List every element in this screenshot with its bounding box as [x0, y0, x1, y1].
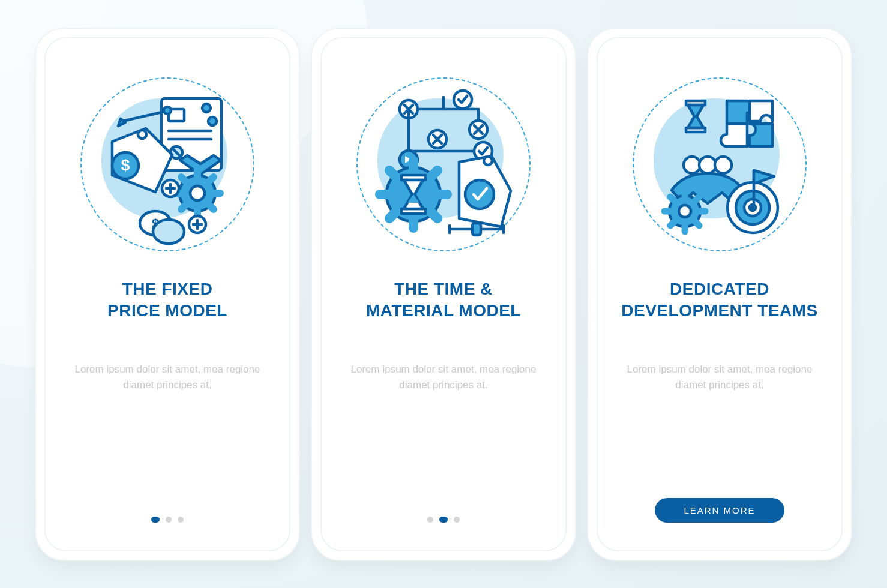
screen-body: Lorem ipsum dolor sit amet, mea regione … [71, 362, 263, 394]
phone-mockup-2: THE TIME & MATERIAL MODEL Lorem ipsum do… [312, 29, 575, 560]
screen-3: DEDICATED DEVELOPMENT TEAMS Lorem ipsum … [597, 37, 843, 551]
svg-line-20 [181, 177, 185, 181]
dot-1[interactable] [427, 517, 433, 523]
svg-text:$: $ [121, 156, 130, 174]
dot-2[interactable] [166, 517, 172, 523]
screen-2: THE TIME & MATERIAL MODEL Lorem ipsum do… [320, 37, 567, 551]
svg-point-71 [715, 157, 732, 173]
pagination-dots [427, 517, 460, 523]
phone-mockup-3: DEDICATED DEVELOPMENT TEAMS Lorem ipsum … [588, 29, 851, 560]
time-material-icon [353, 74, 534, 254]
fixed-price-icon: $ [77, 74, 257, 254]
svg-line-57 [389, 212, 395, 218]
svg-point-11 [138, 130, 146, 139]
illustration-time-material [353, 74, 534, 254]
svg-point-9 [164, 107, 171, 114]
dot-1[interactable] [151, 517, 160, 523]
svg-point-15 [190, 186, 205, 200]
title-line-2: MATERIAL MODEL [366, 301, 521, 320]
screen-title: THE FIXED PRICE MODEL [107, 278, 227, 322]
svg-line-22 [181, 205, 185, 209]
dot-2[interactable] [439, 517, 448, 523]
svg-line-78 [670, 197, 675, 201]
illustration-fixed-price: $ [77, 74, 257, 254]
title-line-1: THE TIME & [394, 280, 493, 298]
svg-line-56 [431, 170, 437, 176]
learn-more-button[interactable]: LEARN MORE [655, 498, 784, 523]
dot-3[interactable] [178, 517, 184, 523]
svg-point-73 [679, 205, 691, 217]
svg-rect-66 [472, 223, 481, 235]
pagination-dots [151, 517, 184, 523]
svg-line-80 [670, 221, 675, 226]
title-line-2: PRICE MODEL [107, 301, 227, 320]
illustration-dedicated-teams [630, 74, 810, 254]
screen-title: DEDICATED DEVELOPMENT TEAMS [621, 278, 817, 322]
svg-point-7 [208, 117, 217, 125]
svg-point-62 [465, 180, 494, 209]
phone-row: $ [0, 0, 887, 560]
title-line-2: DEVELOPMENT TEAMS [621, 301, 817, 320]
svg-line-55 [389, 170, 395, 176]
svg-line-58 [431, 212, 437, 218]
dedicated-teams-icon [630, 74, 810, 254]
svg-point-6 [202, 104, 211, 112]
svg-line-23 [209, 205, 214, 209]
title-line-1: DEDICATED [670, 280, 769, 298]
screen-body: Lorem ipsum dolor sit amet, mea regione … [347, 362, 540, 394]
screen-body: Lorem ipsum dolor sit amet, mea regione … [624, 362, 816, 394]
screen-title: THE TIME & MATERIAL MODEL [366, 278, 521, 322]
title-line-1: THE FIXED [122, 280, 213, 298]
svg-line-79 [695, 197, 699, 201]
phone-mockup-1: $ [36, 29, 299, 560]
svg-point-32 [153, 220, 184, 244]
dot-3[interactable] [454, 517, 460, 523]
svg-line-8 [122, 112, 164, 121]
screen-1: $ [44, 37, 290, 551]
svg-line-21 [209, 177, 214, 181]
svg-line-81 [695, 221, 699, 226]
